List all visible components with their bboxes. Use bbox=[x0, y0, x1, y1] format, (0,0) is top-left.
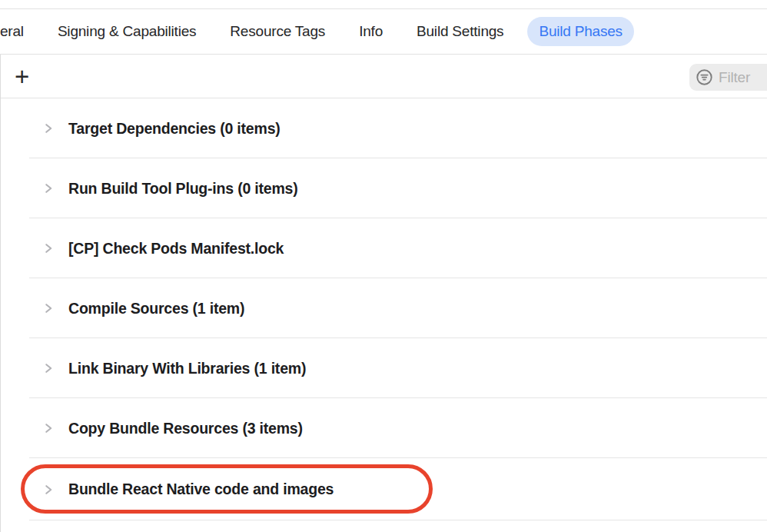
phase-title: [CP] Check Pods Manifest.lock bbox=[68, 240, 284, 258]
window-top-strip bbox=[0, 0, 767, 8]
build-phases-toolbar: + Filter bbox=[1, 55, 767, 98]
filter-placeholder: Filter bbox=[719, 69, 750, 86]
phase-row-run-build-tool-plugins[interactable]: Run Build Tool Plug-ins (0 items) bbox=[1, 158, 767, 218]
phase-title: Bundle React Native code and images bbox=[68, 480, 334, 498]
tab-resource-tags[interactable]: Resource Tags bbox=[230, 17, 325, 46]
disclosure-chevron-icon[interactable] bbox=[42, 302, 55, 315]
tab-signing-capabilities[interactable]: Signing & Capabilities bbox=[58, 17, 196, 46]
phase-row-bundle-react-native[interactable]: Bundle React Native code and images bbox=[1, 458, 767, 520]
disclosure-chevron-icon[interactable] bbox=[42, 362, 55, 375]
tab-build-phases[interactable]: Build Phases bbox=[527, 17, 634, 46]
add-build-phase-button[interactable]: + bbox=[15, 64, 29, 89]
filter-field[interactable]: Filter bbox=[689, 64, 767, 91]
phase-title: Compile Sources (1 item) bbox=[68, 300, 244, 318]
phase-row-copy-bundle-resources[interactable]: Copy Bundle Resources (3 items) bbox=[1, 398, 767, 458]
build-phase-list: Target Dependencies (0 items) Run Build … bbox=[1, 98, 767, 520]
target-editor-tab-bar: eral Signing & Capabilities Resource Tag… bbox=[0, 8, 767, 55]
disclosure-chevron-icon[interactable] bbox=[42, 422, 55, 435]
phase-row-link-binary-with-libraries[interactable]: Link Binary With Libraries (1 item) bbox=[1, 338, 767, 398]
phase-title: Link Binary With Libraries (1 item) bbox=[68, 360, 306, 377]
build-phases-content: + Filter Target Dependencies (0 items) bbox=[0, 55, 767, 532]
disclosure-chevron-icon[interactable] bbox=[42, 122, 55, 135]
disclosure-chevron-icon[interactable] bbox=[42, 182, 55, 195]
phase-row-cp-check-pods-manifest[interactable]: [CP] Check Pods Manifest.lock bbox=[1, 218, 767, 278]
phase-title: Target Dependencies (0 items) bbox=[68, 120, 281, 138]
phase-row-compile-sources[interactable]: Compile Sources (1 item) bbox=[1, 278, 767, 338]
phase-row-target-dependencies[interactable]: Target Dependencies (0 items) bbox=[1, 98, 767, 158]
tab-general-partial[interactable]: eral bbox=[0, 17, 24, 46]
disclosure-chevron-icon[interactable] bbox=[42, 242, 55, 255]
disclosure-chevron-icon[interactable] bbox=[42, 483, 55, 496]
tab-info[interactable]: Info bbox=[359, 17, 383, 46]
tab-build-settings[interactable]: Build Settings bbox=[417, 17, 503, 46]
filter-icon bbox=[695, 68, 714, 87]
phase-title: Run Build Tool Plug-ins (0 items) bbox=[68, 180, 298, 198]
phase-title: Copy Bundle Resources (3 items) bbox=[68, 420, 303, 437]
